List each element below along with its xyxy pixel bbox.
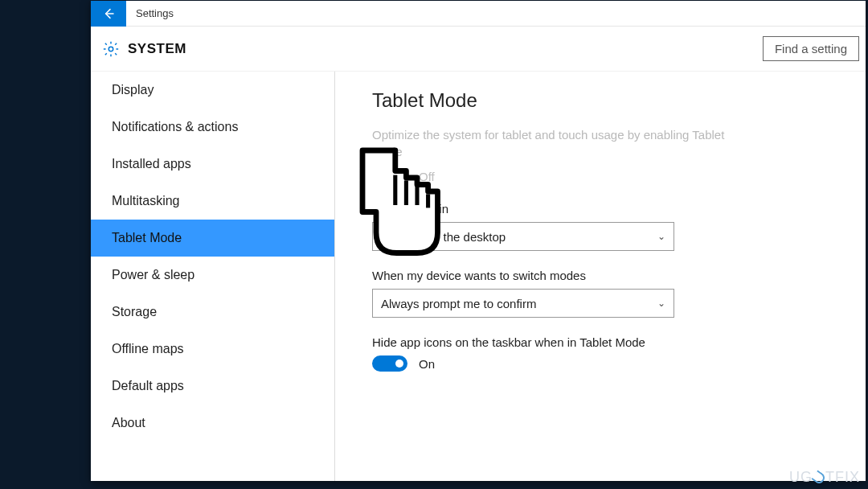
hide-icons-label: Hide app icons on the taskbar when in Ta… <box>372 335 848 349</box>
sidebar-item-label: Notifications & actions <box>112 120 238 134</box>
select-value: Take me to the desktop <box>381 230 506 244</box>
settings-window: Settings SYSTEM Find a setting Display N… <box>91 1 866 481</box>
search-label: Find a setting <box>775 42 847 55</box>
settings-body: Display Notifications & actions Installe… <box>91 72 866 481</box>
sidebar-item-label: Default apps <box>112 379 184 392</box>
back-arrow-icon <box>102 7 115 20</box>
sidebar-item-label: Display <box>112 83 154 97</box>
content-pane: Tablet Mode Optimize the system for tabl… <box>335 72 866 481</box>
tablet-mode-description: Optimize the system for tablet and touch… <box>372 126 750 160</box>
hide-icons-toggle-row: On <box>372 355 848 372</box>
gear-icon <box>102 40 120 58</box>
sidebar-item-power-sleep[interactable]: Power & sleep <box>91 257 334 294</box>
toggle-state-label: On <box>419 357 435 371</box>
header-title: SYSTEM <box>128 41 186 57</box>
page-header: SYSTEM Find a setting <box>91 27 866 72</box>
svg-point-0 <box>108 47 113 51</box>
sidebar-item-storage[interactable]: Storage <box>91 294 334 331</box>
sidebar-item-label: Tablet Mode <box>112 231 182 244</box>
sidebar-item-notifications[interactable]: Notifications & actions <box>91 109 334 146</box>
sidebar-item-about[interactable]: About <box>91 405 334 442</box>
switch-mode-label: When my device wants to switch modes <box>372 269 848 282</box>
sidebar-item-label: Multitasking <box>112 194 179 208</box>
sidebar-item-label: Power & sleep <box>112 268 194 281</box>
sidebar-item-installed-apps[interactable]: Installed apps <box>91 146 334 183</box>
toggle-state-label: Off <box>419 170 435 183</box>
sidebar-item-multitasking[interactable]: Multitasking <box>91 183 334 220</box>
chevron-down-icon: ⌄ <box>657 298 665 309</box>
toggle-knob <box>376 172 384 180</box>
signin-behavior-label: When I sign in <box>372 202 848 216</box>
select-value: Always prompt me to confirm <box>381 297 536 310</box>
tablet-mode-toggle-row: Off <box>372 168 848 184</box>
sidebar-item-display[interactable]: Display <box>91 72 334 109</box>
sidebar-item-offline-maps[interactable]: Offline maps <box>91 331 334 368</box>
hide-icons-toggle[interactable] <box>372 355 407 372</box>
back-button[interactable] <box>91 1 126 27</box>
tablet-mode-toggle[interactable] <box>372 168 407 184</box>
chevron-down-icon: ⌄ <box>657 231 665 242</box>
find-setting-search[interactable]: Find a setting <box>763 36 859 61</box>
sidebar: Display Notifications & actions Installe… <box>91 72 335 481</box>
switch-mode-select[interactable]: Always prompt me to confirm ⌄ <box>372 289 674 318</box>
page-title: Tablet Mode <box>372 89 848 112</box>
sidebar-item-label: Installed apps <box>112 157 191 171</box>
signin-behavior-select[interactable]: Take me to the desktop ⌄ <box>372 222 674 251</box>
toggle-knob <box>395 360 403 368</box>
title-bar: Settings <box>91 1 866 27</box>
sidebar-item-label: Offline maps <box>112 342 184 355</box>
sidebar-item-tablet-mode[interactable]: Tablet Mode <box>91 220 334 257</box>
sidebar-item-default-apps[interactable]: Default apps <box>91 368 334 405</box>
watermark: UGTFIX <box>789 469 860 486</box>
window-title: Settings <box>136 7 174 19</box>
sidebar-item-label: About <box>112 416 145 429</box>
sidebar-item-label: Storage <box>112 305 157 318</box>
